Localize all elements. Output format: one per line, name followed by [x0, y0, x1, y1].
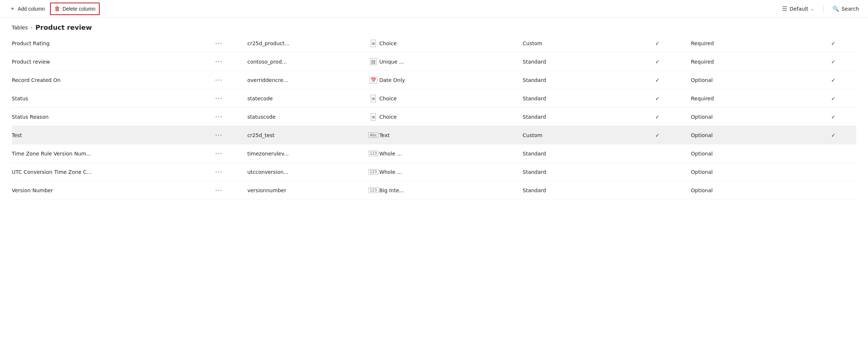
view-select[interactable]: ☰ Default ⌄: [779, 4, 817, 14]
cell-name: UTC Conversion Time Zone C...: [12, 163, 211, 181]
cell-dots[interactable]: ···: [211, 34, 245, 53]
cell-name: Product review: [12, 53, 211, 71]
cell-field: cr25d_product...: [244, 34, 367, 53]
search-label: Search: [842, 6, 859, 12]
type-icon: Abc: [370, 132, 377, 139]
table-row[interactable]: Status ··· statecode ≡ Choice Standard ✓…: [12, 89, 856, 108]
cell-custom: Standard: [520, 89, 627, 108]
cell-type: ≡ Choice: [367, 34, 520, 53]
columns-table: Product Rating ··· cr25d_product... ≡ Ch…: [12, 34, 856, 200]
cell-name: Time Zone Rule Version Num...: [12, 144, 211, 163]
required-check: ✓: [831, 59, 836, 65]
cell-type: 📅 Date Only: [367, 71, 520, 89]
cell-check1: ✓: [627, 34, 688, 53]
delete-column-button[interactable]: 🗑 Delete column: [50, 3, 100, 15]
cell-custom: Standard: [520, 144, 627, 163]
cell-field: cr25d_test: [244, 126, 367, 144]
type-label: Choice: [379, 114, 396, 120]
table-row[interactable]: Record Created On ··· overriddencre... 📅…: [12, 71, 856, 89]
type-label: Text: [379, 132, 389, 138]
cell-dots[interactable]: ···: [211, 53, 245, 71]
table-container: Product Rating ··· cr25d_product... ≡ Ch…: [0, 34, 868, 200]
cell-required: Optional: [688, 163, 810, 181]
cell-check2: [810, 181, 856, 200]
cell-field: versionnumber: [244, 181, 367, 200]
table-row[interactable]: Product Rating ··· cr25d_product... ≡ Ch…: [12, 34, 856, 53]
cell-type: 123 Big Inte...: [367, 181, 520, 200]
cell-check1: ✓: [627, 53, 688, 71]
cell-custom: Custom: [520, 126, 627, 144]
cell-check1: ✓: [627, 108, 688, 126]
required-check: ✓: [831, 132, 836, 138]
table-row[interactable]: Version Number ··· versionnumber 123 Big…: [12, 181, 856, 200]
cell-type: ≡ Choice: [367, 108, 520, 126]
toolbar: ＋ Add column 🗑 Delete column ☰ Default ⌄…: [0, 0, 868, 18]
toolbar-left: ＋ Add column 🗑 Delete column: [6, 3, 100, 15]
searchable-check: ✓: [655, 77, 659, 83]
type-label: Choice: [379, 40, 396, 46]
type-icon: 123: [370, 187, 377, 194]
type-icon: 📅: [370, 76, 377, 84]
required-check: ✓: [831, 40, 836, 46]
searchable-check: ✓: [655, 96, 659, 101]
cell-required: Required: [688, 34, 810, 53]
cell-dots[interactable]: ···: [211, 71, 245, 89]
cell-dots[interactable]: ···: [211, 181, 245, 200]
cell-custom: Standard: [520, 181, 627, 200]
search-button[interactable]: 🔍 Search: [829, 4, 862, 14]
cell-check2: ✓: [810, 53, 856, 71]
type-icon: ≡: [370, 95, 377, 102]
cell-check2: ✓: [810, 108, 856, 126]
type-icon: ≡: [370, 40, 377, 47]
cell-check1: ✓: [627, 126, 688, 144]
type-label: Big Inte...: [379, 187, 404, 193]
table-row[interactable]: Product review ··· contoso_prod... ▤ Uni…: [12, 53, 856, 71]
cell-field: statecode: [244, 89, 367, 108]
cell-name: Version Number: [12, 181, 211, 200]
toolbar-divider: [823, 5, 823, 12]
cell-required: Required: [688, 89, 810, 108]
table-row[interactable]: UTC Conversion Time Zone C... ··· utccon…: [12, 163, 856, 181]
cell-field: utcconversion...: [244, 163, 367, 181]
cell-type: ▤ Unique ...: [367, 53, 520, 71]
cell-check2: ✓: [810, 34, 856, 53]
view-label: Default: [790, 6, 808, 12]
breadcrumb-separator: ›: [31, 25, 33, 30]
cell-dots[interactable]: ···: [211, 89, 245, 108]
cell-type: Abc Text: [367, 126, 520, 144]
cell-dots[interactable]: ···: [211, 126, 245, 144]
cell-check2: ✓: [810, 71, 856, 89]
type-label: Whole ...: [379, 151, 402, 157]
cell-custom: Standard: [520, 53, 627, 71]
cell-check1: [627, 144, 688, 163]
searchable-check: ✓: [655, 40, 659, 46]
cell-type: ≡ Choice: [367, 89, 520, 108]
cell-required: Optional: [688, 108, 810, 126]
cell-check1: [627, 163, 688, 181]
add-icon: ＋: [10, 5, 15, 12]
add-column-label: Add column: [18, 6, 45, 12]
cell-custom: Standard: [520, 108, 627, 126]
cell-dots[interactable]: ···: [211, 144, 245, 163]
cell-dots[interactable]: ···: [211, 163, 245, 181]
search-icon: 🔍: [832, 6, 839, 12]
table-row[interactable]: Test ··· cr25d_test Abc Text Custom ✓ Op…: [12, 126, 856, 144]
cell-check1: ✓: [627, 71, 688, 89]
cell-dots[interactable]: ···: [211, 108, 245, 126]
breadcrumb-tables-link[interactable]: Tables: [12, 25, 28, 31]
cell-type: 123 Whole ...: [367, 144, 520, 163]
table-row[interactable]: Time Zone Rule Version Num... ··· timezo…: [12, 144, 856, 163]
table-row[interactable]: Status Reason ··· statuscode ≡ Choice St…: [12, 108, 856, 126]
cell-custom: Standard: [520, 71, 627, 89]
cell-check2: ✓: [810, 89, 856, 108]
breadcrumb-current: Product review: [35, 24, 92, 31]
cell-check2: [810, 144, 856, 163]
cell-name: Status Reason: [12, 108, 211, 126]
view-icon: ☰: [782, 5, 787, 12]
cell-custom: Custom: [520, 34, 627, 53]
cell-type: 123 Whole ...: [367, 163, 520, 181]
add-column-button[interactable]: ＋ Add column: [6, 3, 49, 15]
type-label: Unique ...: [379, 59, 404, 65]
cell-check1: ✓: [627, 89, 688, 108]
cell-required: Optional: [688, 71, 810, 89]
